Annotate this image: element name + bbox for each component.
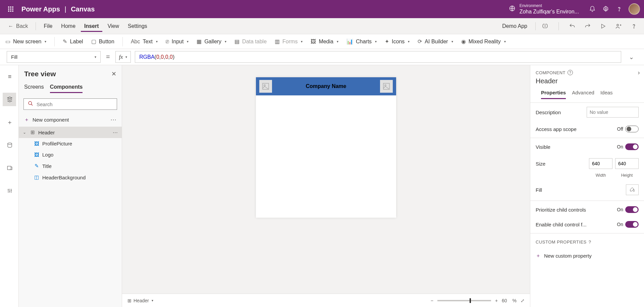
play-icon[interactable]: [598, 21, 608, 31]
tree-node-header[interactable]: ⌄ ⊞ Header ⋯: [19, 127, 122, 138]
access-scope-toggle[interactable]: [625, 126, 639, 132]
undo-icon[interactable]: [568, 21, 577, 31]
share-icon[interactable]: [614, 21, 623, 31]
tab-screens[interactable]: Screens: [24, 83, 44, 93]
enable-child-toggle[interactable]: [625, 221, 639, 228]
prioritize-toggle[interactable]: [625, 206, 639, 213]
canvas-area[interactable]: Company Name ⊞ Header ▾ − + 60 % ⤢: [122, 65, 530, 307]
formula-input[interactable]: RGBA(0, 0, 0, 0): [135, 51, 621, 63]
back-button[interactable]: ← Back: [5, 23, 31, 29]
rail-hamburger-icon[interactable]: ≡: [3, 70, 16, 83]
more-icon[interactable]: ⋯: [110, 116, 116, 123]
ribbon-ai-builder[interactable]: ⟳ AI Builder▾: [418, 38, 453, 45]
ribbon-forms[interactable]: ▥ Forms▾: [275, 38, 303, 45]
tree-node-header-background[interactable]: ◫ HeaderBackground: [19, 172, 122, 183]
ribbon-button[interactable]: ▢ Button: [91, 38, 114, 45]
menu-home[interactable]: Home: [58, 20, 79, 32]
property-selector[interactable]: Fill ▾: [7, 51, 101, 63]
fit-to-screen-icon[interactable]: ⤢: [521, 298, 525, 303]
visible-value: On: [617, 144, 623, 149]
redo-icon[interactable]: [583, 21, 592, 31]
zoom-in-button[interactable]: +: [495, 298, 498, 303]
left-rail: ≡ ＋: [0, 65, 19, 307]
zoom-slider[interactable]: [437, 300, 491, 301]
fill-color-picker[interactable]: [626, 184, 639, 195]
chevron-down-icon: ▾: [451, 40, 453, 43]
tree-node-title[interactable]: ✎ Title: [19, 160, 122, 172]
status-context[interactable]: ⊞ Header ▾: [127, 298, 153, 303]
fx-button[interactable]: fx▾: [115, 51, 131, 63]
menu-settings[interactable]: Settings: [124, 20, 151, 32]
formula-bar: Fill ▾ = fx▾ RGBA(0, 0, 0, 0) ⌄: [0, 49, 644, 65]
search-input[interactable]: [37, 101, 113, 107]
app-checker-icon[interactable]: [540, 21, 550, 31]
menu-view[interactable]: View: [104, 20, 122, 32]
ribbon-icons[interactable]: ✦ Icons▾: [385, 38, 410, 45]
tab-properties[interactable]: Properties: [541, 88, 566, 99]
ribbon-new-screen[interactable]: ▭ New screen▾: [5, 38, 46, 45]
ribbon-media[interactable]: 🖼 Media▾: [311, 39, 338, 45]
tab-components[interactable]: Components: [50, 83, 83, 93]
app-launcher-icon[interactable]: [4, 2, 17, 16]
visible-toggle[interactable]: [625, 143, 639, 150]
info-icon[interactable]: ?: [568, 70, 573, 75]
notifications-icon[interactable]: [586, 2, 599, 16]
chevron-down-icon: ▾: [152, 299, 153, 302]
expand-formula-icon[interactable]: ⌄: [625, 51, 637, 63]
header-component[interactable]: Company Name: [256, 77, 396, 95]
height-input[interactable]: [615, 158, 639, 169]
ribbon-text[interactable]: Abc Text▾: [131, 39, 158, 45]
component-type-label: COMPONENT: [536, 70, 566, 75]
ribbon-label[interactable]: ✎ Label: [63, 38, 83, 45]
properties-panel: COMPONENT ? › Header Properties Advanced…: [530, 65, 644, 307]
search-icon: [28, 101, 33, 107]
svg-rect-15: [7, 166, 11, 170]
help-icon-secondary[interactable]: [629, 21, 639, 31]
tree-node-logo[interactable]: 🖼 Logo: [19, 149, 122, 160]
tab-ideas[interactable]: Ideas: [600, 88, 613, 99]
tree-search[interactable]: [23, 98, 117, 110]
command-bar: ← Back File Home Insert View Settings De…: [0, 18, 644, 34]
more-icon[interactable]: ⋯: [113, 129, 118, 135]
rail-tree-view-icon[interactable]: [3, 93, 16, 106]
chevron-right-icon[interactable]: ›: [638, 69, 640, 76]
rail-insert-icon[interactable]: ＋: [3, 116, 16, 129]
rail-advanced-tools-icon[interactable]: [3, 184, 16, 198]
formula-function: RGBA: [139, 54, 154, 60]
plus-icon: ＋: [536, 253, 541, 259]
user-avatar[interactable]: [629, 3, 640, 15]
ribbon-charts[interactable]: 📊 Charts▾: [346, 38, 377, 45]
input-icon: ⎚: [166, 39, 169, 45]
ribbon-data-table[interactable]: ▤ Data table: [234, 38, 267, 45]
menu-file[interactable]: File: [41, 20, 56, 32]
width-input[interactable]: [589, 158, 612, 169]
description-input[interactable]: [587, 107, 639, 118]
access-scope-value: Off: [617, 126, 623, 132]
tab-advanced[interactable]: Advanced: [572, 88, 594, 99]
equals-sign: =: [105, 51, 111, 63]
rail-media-icon[interactable]: [3, 161, 16, 175]
settings-icon[interactable]: [599, 2, 612, 16]
environment-picker[interactable]: Environment Zoha Zulfiqar's Environ...: [509, 3, 579, 15]
ribbon-input[interactable]: ⎚ Input▾: [166, 39, 189, 45]
tree-node-profile-picture[interactable]: 🖼 ProfilePicture: [19, 138, 122, 149]
arrow-left-icon: ←: [8, 23, 13, 29]
ribbon-gallery[interactable]: ▦ Gallery▾: [197, 38, 226, 45]
rectangle-icon: ◫: [34, 174, 40, 180]
rail-data-icon[interactable]: [3, 138, 16, 152]
zoom-out-button[interactable]: −: [431, 298, 433, 303]
chevron-down-icon: ▾: [125, 55, 127, 59]
new-component-button[interactable]: ＋ New component ⋯: [19, 113, 122, 127]
ribbon-mixed-reality[interactable]: ◉ Mixed Reality▾: [461, 38, 506, 45]
new-custom-property-button[interactable]: ＋ New custom property: [530, 249, 644, 262]
profile-picture-placeholder[interactable]: [380, 80, 393, 93]
company-name-label[interactable]: Company Name: [306, 83, 346, 89]
component-canvas[interactable]: Company Name: [256, 77, 396, 218]
app-name-label: Demo App: [499, 20, 531, 32]
status-context-label: Header: [133, 298, 149, 303]
info-icon[interactable]: ?: [589, 239, 591, 245]
help-icon[interactable]: [612, 2, 626, 16]
menu-insert[interactable]: Insert: [81, 20, 102, 32]
close-icon[interactable]: ✕: [111, 70, 116, 78]
logo-placeholder[interactable]: [259, 80, 272, 93]
